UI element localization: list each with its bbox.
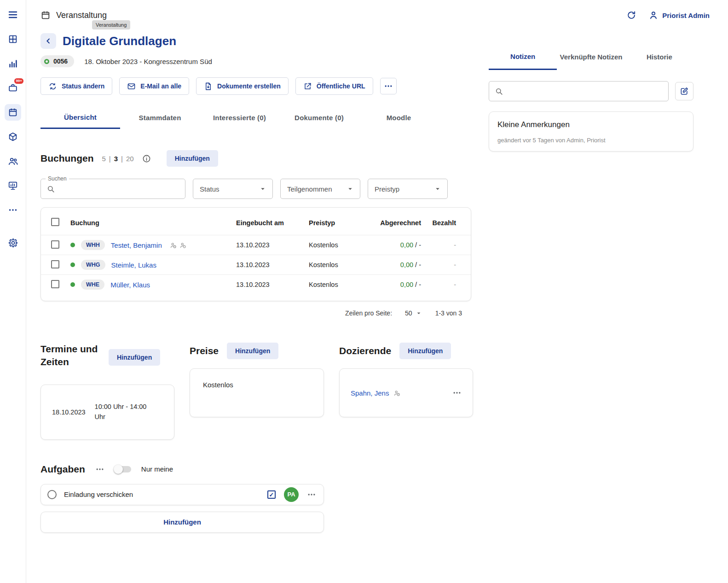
- notes-search-input[interactable]: [507, 87, 663, 95]
- task-more-button[interactable]: [307, 490, 316, 499]
- lecturer-more-button[interactable]: [452, 388, 462, 397]
- topbar: Veranstaltung Veranstaltung Priorist Adm…: [26, 0, 728, 24]
- add-schedule-button[interactable]: Hinzufügen: [109, 349, 160, 366]
- bookings-table: Buchung Eingebucht am Preistyp Abgerechn…: [41, 210, 471, 294]
- tab-moodle[interactable]: Moodle: [359, 107, 439, 129]
- note-item[interactable]: Kleine Anmerkungen geändert vor 5 Tagen …: [489, 111, 693, 152]
- package-icon[interactable]: [5, 128, 21, 145]
- chevron-left-icon: [44, 37, 52, 45]
- info-icon[interactable]: [142, 154, 151, 163]
- more-actions-button[interactable]: [380, 78, 397, 94]
- assignee-avatar[interactable]: PA: [284, 487, 299, 502]
- sync-icon: [48, 82, 57, 91]
- menu-icon[interactable]: [5, 6, 21, 23]
- event-tabs: Übersicht Stammdaten Interessierte (0) D…: [40, 107, 471, 129]
- tab-dokumente[interactable]: Dokumente (0): [279, 107, 359, 129]
- page-title: Veranstaltung: [56, 11, 107, 20]
- add-booking-button[interactable]: Hinzufügen: [167, 150, 218, 167]
- table-row[interactable]: WHG Steimle, Lukas 13.10.2023 Kostenlos …: [41, 255, 471, 275]
- change-status-button[interactable]: Status ändern: [40, 77, 112, 95]
- booking-code-chip: WHG: [81, 260, 105, 270]
- search-icon: [495, 87, 503, 96]
- lecturer-name-link[interactable]: Spahn, Jens: [351, 389, 389, 397]
- schedule-title: Termine und Zeiten: [40, 343, 100, 369]
- booking-name-link[interactable]: Testet, Benjamin: [111, 241, 162, 249]
- table-row[interactable]: WHE Müller, Klaus 13.10.2023 Kostenlos 0…: [41, 275, 471, 295]
- user-menu[interactable]: Priorist Admin: [648, 10, 710, 20]
- filter-status[interactable]: Status: [193, 179, 273, 199]
- status-dot: [70, 243, 75, 247]
- more-icon: [384, 82, 393, 91]
- booking-code-chip: WHE: [81, 280, 104, 290]
- filter-preistyp[interactable]: Preistyp: [368, 179, 448, 199]
- back-button[interactable]: [40, 33, 56, 49]
- calendar-nav-icon[interactable]: [5, 104, 21, 121]
- event-code-badge: 0056: [40, 55, 74, 67]
- only-mine-toggle[interactable]: [115, 466, 131, 472]
- filter-teilgenommen[interactable]: Teilgenommen: [280, 179, 360, 199]
- select-all-checkbox[interactable]: [51, 218, 59, 226]
- tab-verknuepfte-notizen[interactable]: Verknüpfte Notizen: [557, 44, 625, 70]
- schedule-card[interactable]: 18.10.2023 10:00 Uhr - 14:00 Uhr: [40, 385, 174, 440]
- history-icon: [179, 242, 186, 249]
- more-nav-icon[interactable]: [5, 202, 21, 218]
- notes-panel: Notizen Verknüpfte Notizen Historie Klei…: [489, 24, 711, 533]
- more-icon: [452, 388, 462, 397]
- create-documents-button[interactable]: Dokumente erstellen: [196, 77, 289, 95]
- bookings-title: Buchungen: [40, 153, 94, 164]
- table-row[interactable]: WHH Testet, Benjamin 13.10.2023 Kostenlo…: [41, 235, 471, 255]
- booking-name-link[interactable]: Müller, Klaus: [110, 281, 150, 289]
- chevron-down-icon: [433, 185, 442, 193]
- user-icon: [648, 10, 659, 20]
- booking-code-chip: WHH: [81, 240, 105, 250]
- tab-historie[interactable]: Historie: [625, 44, 693, 70]
- people-icon[interactable]: [5, 153, 21, 169]
- user-name: Priorist Admin: [662, 12, 710, 19]
- rows-per-page-select[interactable]: 50: [405, 309, 422, 317]
- status-dot: [70, 282, 75, 287]
- refresh-icon[interactable]: [626, 10, 636, 20]
- public-url-button[interactable]: Öffentliche URL: [295, 77, 373, 95]
- dashboard-icon[interactable]: [5, 31, 21, 47]
- price-card[interactable]: Kostenlos: [190, 368, 324, 417]
- briefcase-icon[interactable]: 99+: [5, 80, 21, 96]
- col-price-type: Preistyp: [305, 210, 368, 235]
- pagination: Zeilen pro Seite: 50 1-3 von 3: [40, 309, 471, 317]
- add-lecturer-button[interactable]: Hinzufügen: [399, 343, 451, 359]
- chevron-down-icon: [259, 185, 267, 193]
- row-checkbox[interactable]: [51, 240, 59, 249]
- settings-icon[interactable]: [5, 234, 21, 251]
- tasks-more-button[interactable]: [95, 465, 104, 474]
- task-complete-radio[interactable]: [47, 490, 57, 499]
- task-item: Einladung verschicken ✓ PA: [40, 484, 324, 505]
- prices-title: Preise: [190, 344, 219, 357]
- bookings-search-input[interactable]: [59, 185, 179, 193]
- schedule-date: 18.10.2023: [52, 408, 86, 416]
- tab-stammdaten[interactable]: Stammdaten: [120, 107, 200, 129]
- document-icon: [204, 82, 213, 91]
- email-all-button[interactable]: E-Mail an alle: [119, 77, 189, 95]
- add-price-button[interactable]: Hinzufügen: [227, 343, 278, 359]
- lecturer-card: Spahn, Jens: [339, 368, 473, 417]
- tab-notizen[interactable]: Notizen: [489, 44, 557, 70]
- search-label: Suchen: [46, 175, 69, 182]
- new-note-button[interactable]: [675, 82, 693, 100]
- lecturers-title: Dozierende: [339, 344, 391, 357]
- task-checkbox[interactable]: ✓: [267, 490, 276, 499]
- prices-section: Preise Hinzufügen Kostenlos: [190, 343, 324, 440]
- add-task-button[interactable]: Hinzufügen: [40, 512, 324, 533]
- external-link-icon: [303, 82, 312, 91]
- booking-name-link[interactable]: Steimle, Lukas: [111, 261, 156, 269]
- compose-icon: [680, 87, 689, 96]
- presentation-icon[interactable]: [5, 177, 21, 194]
- tab-interessierte[interactable]: Interessierte (0): [200, 107, 279, 129]
- status-dot: [70, 262, 75, 267]
- bookings-search: Suchen: [40, 179, 185, 199]
- chart-icon[interactable]: [5, 55, 21, 72]
- notes-tabs: Notizen Verknüpfte Notizen Historie: [489, 44, 693, 70]
- col-paid: Bezahlt: [425, 210, 471, 235]
- row-checkbox[interactable]: [51, 260, 59, 268]
- note-meta: geändert vor 5 Tagen von Admin, Priorist: [497, 137, 685, 144]
- row-checkbox[interactable]: [51, 280, 59, 288]
- tab-uebersicht[interactable]: Übersicht: [40, 107, 120, 129]
